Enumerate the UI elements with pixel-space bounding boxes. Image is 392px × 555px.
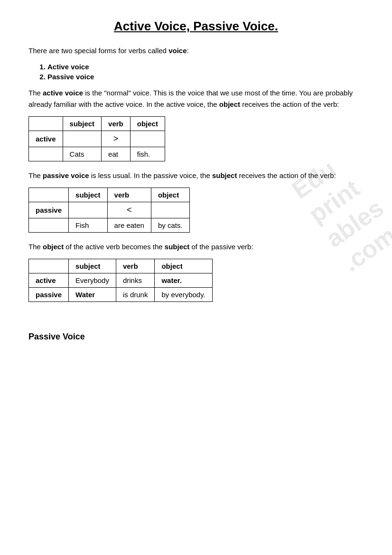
active-voice-table: subject verb object active > Cats eat fi… [28, 116, 165, 161]
table-cell-passive: passive [29, 202, 69, 218]
watermark: Eduprintables.com [286, 144, 392, 278]
table-row: passive Water is drunk by everybody. [29, 288, 213, 302]
table-cell-active: active [29, 131, 63, 147]
comparison-table: subject verb object active Everybody dri… [28, 259, 213, 302]
table-cell-empty4 [69, 202, 108, 218]
table-row: Cats eat fish. [29, 147, 165, 161]
table-cell-fish2: Fish [69, 218, 108, 233]
table-header-verb: verb [102, 116, 131, 131]
page-title: Active Voice, Passive Voice. [28, 19, 364, 34]
table-header-object3: object [155, 259, 212, 273]
table-cell [29, 116, 63, 131]
intro-bold: voice [168, 47, 187, 55]
object-bold: object [219, 100, 240, 108]
subject-bold2: subject [165, 243, 190, 251]
table-cell [29, 188, 69, 202]
table-cell-empty5 [151, 202, 189, 218]
table-cell-by-cats: by cats. [151, 218, 189, 233]
subject-bold: subject [212, 171, 237, 179]
passive-voice-bold: passive voice [43, 171, 89, 179]
table-row: subject verb object [29, 259, 213, 273]
table-cell-fish: fish. [130, 147, 165, 161]
list-item-1: Active voice [47, 63, 364, 71]
table-cell-water2: Water [69, 288, 116, 302]
table-cell-empty1 [63, 131, 102, 147]
table-header-subject3: subject [69, 259, 116, 273]
table-cell-drinks: drinks [116, 273, 155, 288]
table-header-object: object [130, 116, 165, 131]
table-header-object2: object [151, 188, 189, 202]
intro-paragraph: There are two special forms for verbs ca… [28, 45, 364, 56]
table-header-verb2: verb [107, 188, 151, 202]
table-cell-by-everybody: by everybody. [155, 288, 212, 302]
passive-voice-description: The passive voice is less usual. In the … [28, 170, 364, 181]
table-cell-arrow: > [102, 131, 131, 147]
voice-list: Active voice Passive voice [47, 63, 364, 81]
table-cell-water: water. [155, 273, 212, 288]
table-cell-empty2 [130, 131, 165, 147]
table-header-subject2: subject [69, 188, 108, 202]
passive-voice-table: subject verb object passive < Fish are e… [28, 188, 190, 233]
table-header-verb3: verb [116, 259, 155, 273]
table-cell-empty3 [29, 147, 63, 161]
table-row: Fish are eaten by cats. [29, 218, 190, 233]
object-subject-description: The object of the active verb becomes th… [28, 241, 364, 252]
table-cell-empty6 [29, 218, 69, 233]
table-header-subject: subject [63, 116, 102, 131]
table-cell-cats: Cats [63, 147, 102, 161]
table-cell-are-eaten: are eaten [107, 218, 151, 233]
table-row: active Everybody drinks water. [29, 273, 213, 288]
table-cell-everybody: Everybody [69, 273, 116, 288]
passive-voice-heading: Passive Voice [28, 330, 364, 344]
table-cell-active2: active [29, 273, 69, 288]
table-row: passive < [29, 202, 190, 218]
table-cell-passive2: passive [29, 288, 69, 302]
table-cell-arrow2: < [107, 202, 151, 218]
table-cell-eat: eat [102, 147, 131, 161]
table-cell-empty7 [29, 259, 69, 273]
table-row: subject verb object [29, 116, 165, 131]
list-item-2: Passive voice [47, 73, 364, 81]
table-row: active > [29, 131, 165, 147]
table-cell-is-drunk: is drunk [116, 288, 155, 302]
active-voice-description: The active voice is the "normal" voice. … [28, 87, 364, 110]
passive-voice-section: Passive Voice [28, 330, 364, 344]
active-voice-bold: active voice [43, 89, 83, 97]
object-bold2: object [43, 243, 64, 251]
table-row: subject verb object [29, 188, 190, 202]
